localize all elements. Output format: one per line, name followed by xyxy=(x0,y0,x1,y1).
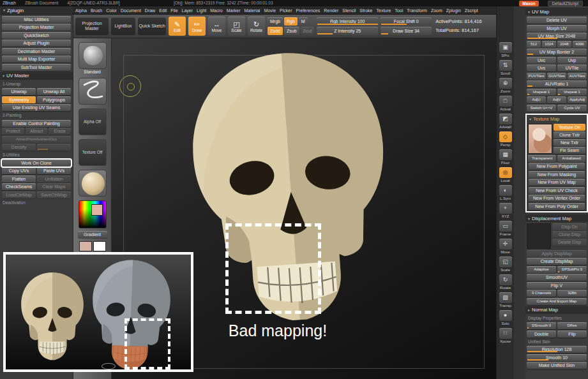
enable-control-painting-button[interactable]: Enable Control Painting xyxy=(2,120,71,127)
menu-item[interactable]: Transform xyxy=(405,8,428,13)
menu-item[interactable]: Movie xyxy=(262,8,277,13)
polygroups-button[interactable]: Polygroups xyxy=(37,96,71,103)
menu-item[interactable]: Edit xyxy=(158,8,168,13)
applyadj-button[interactable]: ApplyAdj xyxy=(568,96,587,103)
zadd-button[interactable]: Zadd xyxy=(268,27,283,35)
menu-item[interactable]: Preferences xyxy=(295,8,322,13)
lightbox-button[interactable]: LightBox xyxy=(111,17,135,35)
hrepeat-slider[interactable]: Hrepeat 1 xyxy=(527,89,556,96)
uv-map-section-header[interactable]: ▾ UV Map xyxy=(525,8,588,15)
zplugin-item[interactable]: Projection Master xyxy=(2,24,71,31)
maxon-badge[interactable]: Maxon xyxy=(519,1,539,6)
rotate-button[interactable]: ↻ Rotate xyxy=(248,17,265,36)
guvtiles-button[interactable]: GUVTiles xyxy=(547,73,566,80)
move-gizmo-button[interactable]: ✛Move xyxy=(499,239,513,254)
secondary-color-swatch[interactable] xyxy=(93,241,106,251)
gradient-button[interactable]: Gradient xyxy=(78,231,107,238)
erase-button[interactable]: Erase xyxy=(49,128,71,135)
morph-uv-button[interactable]: Morph UV xyxy=(527,25,587,32)
transparency-toggle[interactable]: ▨Transp xyxy=(499,292,513,308)
default-zscript-button[interactable]: DefaultZScript xyxy=(548,1,583,6)
unwrap-all-button[interactable]: Unwrap All xyxy=(37,88,71,95)
scroll-button[interactable]: ⇅Scroll xyxy=(499,60,513,75)
attract-button[interactable]: Attract xyxy=(26,128,48,135)
alpha-thumbnail[interactable]: Alpha Off xyxy=(79,108,107,135)
uvtile-button[interactable]: UVTile xyxy=(557,64,587,71)
create-dispmap-button[interactable]: Create DispMap xyxy=(527,258,587,265)
texture-new-from-button[interactable]: New From Polypaint xyxy=(529,163,585,170)
edit-button[interactable]: ✎ Edit xyxy=(169,17,186,36)
displacement-thumbnail[interactable] xyxy=(527,223,551,249)
menu-item[interactable]: Render xyxy=(322,8,340,13)
bit-depth-button[interactable]: 32Bit xyxy=(557,290,587,297)
puvtiles-button[interactable]: PUVTiles xyxy=(527,73,546,80)
menu-item[interactable]: File xyxy=(169,8,179,13)
menu-item[interactable]: Brush xyxy=(89,8,103,13)
transparent-button[interactable]: Transparent xyxy=(528,155,556,162)
uv-size-preset-button[interactable]: 2048 xyxy=(557,41,571,48)
texture-new-from-button[interactable]: New From UV Map xyxy=(529,179,585,186)
material-thumbnail[interactable] xyxy=(79,170,107,197)
zplugin-item[interactable]: Decimation Master xyxy=(2,48,71,55)
menu-item[interactable]: Marker xyxy=(225,8,242,13)
displacement-side-button[interactable]: Delete Disp xyxy=(552,239,587,246)
main-color-swatch[interactable] xyxy=(79,241,92,251)
zcut-button[interactable]: Zcut xyxy=(301,27,315,35)
vrepeat-slider[interactable]: Vrepeat 1 xyxy=(557,89,587,96)
menu-item[interactable]: Texture xyxy=(375,8,392,13)
texture-new-from-button[interactable]: New From Masking xyxy=(529,171,585,178)
texture-thumbnail-shelf[interactable]: Texture Off xyxy=(79,139,107,166)
projection-master-button[interactable]: Projection Master xyxy=(75,17,109,35)
scale-button[interactable]: ◰ Scale xyxy=(228,17,245,36)
frame-button[interactable]: ▭Frame xyxy=(499,221,513,236)
flatten-button[interactable]: Flatten xyxy=(2,175,36,182)
actual-size-button[interactable]: □Actual xyxy=(499,96,513,111)
symmetry-button[interactable]: Symmetry xyxy=(2,96,36,103)
menu-item[interactable]: Alpha xyxy=(74,8,88,13)
draw-button[interactable]: ✏ Draw xyxy=(188,17,206,36)
displacement-side-button[interactable]: Disp On xyxy=(552,223,587,230)
uv-map-border-slider[interactable]: UV Map Border 2 xyxy=(527,48,587,56)
zplugin-item[interactable]: QuickSketch xyxy=(2,32,71,39)
rgb-button[interactable]: Rgb xyxy=(284,17,298,26)
texture-new-from-button[interactable]: New From UV Check xyxy=(529,187,585,194)
z-intensity-slider[interactable]: Z Intensity 25 xyxy=(317,27,378,35)
menu-item[interactable]: Picker xyxy=(278,8,293,13)
apply-dispmap-button[interactable]: Apply DispMap xyxy=(527,250,587,257)
attract-from-ambientocc-button[interactable]: AttractFromAmbientOcc xyxy=(2,136,71,143)
resolution-slider[interactable]: Resolution 128 xyxy=(527,346,587,353)
cycle-uv-button[interactable]: Cycle UV xyxy=(557,105,587,112)
menu-item[interactable]: Stencil xyxy=(341,8,357,13)
zsub-button[interactable]: Zsub xyxy=(284,27,299,35)
color-picker-inner-swatch[interactable] xyxy=(91,204,103,216)
adaptive-button[interactable]: Adaptive xyxy=(527,266,556,273)
texture-new-from-button[interactable]: New From Vertex Order xyxy=(529,195,585,202)
uvc-button[interactable]: Uvc xyxy=(527,57,556,64)
brush-thumbnail[interactable] xyxy=(79,42,107,69)
create-export-map-button[interactable]: Create And Export Map xyxy=(527,298,587,305)
rotate-gizmo-button[interactable]: ↻Rotate xyxy=(499,274,513,290)
dres-button[interactable]: DRes xyxy=(557,322,587,329)
uv-size-preset-button[interactable]: 512 xyxy=(527,41,541,48)
copy-uvs-button[interactable]: Copy UVs xyxy=(2,167,36,174)
zplugin-item[interactable]: Multi Map Exporter xyxy=(2,56,71,63)
load-ctrlmap-button[interactable]: LoadCtrlMap xyxy=(2,191,36,198)
uvs-button[interactable]: Uvs xyxy=(527,64,556,71)
normal-map-section-header[interactable]: ▸ Normal Map xyxy=(525,306,588,314)
zplugin-item[interactable]: Adjust Plugin xyxy=(2,40,71,47)
double-button[interactable]: Double xyxy=(527,331,556,338)
uv-master-header[interactable]: ▾ UV Master xyxy=(0,72,73,80)
dsmooth-slider[interactable]: DSmooth 0 xyxy=(527,322,556,329)
channels-button[interactable]: 3 Channels xyxy=(527,290,556,297)
draw-size-slider[interactable]: Draw Size 34 xyxy=(381,27,432,35)
solo-toggle[interactable]: ●Solo xyxy=(499,310,513,325)
rgb-intensity-slider[interactable]: Rgb Intensity 100 xyxy=(317,17,378,26)
flip-v-button[interactable]: Flip V xyxy=(527,282,587,289)
switch-uv-button[interactable]: Switch U<>V xyxy=(527,105,556,112)
zoom-button[interactable]: ⊕Zoom xyxy=(499,78,513,93)
menu-item[interactable]: Tool xyxy=(393,8,404,13)
uv-size-preset-button[interactable]: 1024 xyxy=(542,41,556,48)
texture-map-section-header[interactable]: ▾ Texture Map xyxy=(527,115,587,123)
density-slider[interactable] xyxy=(37,144,71,151)
displacement-map-section-header[interactable]: ▾ Displacement Map xyxy=(525,214,588,222)
